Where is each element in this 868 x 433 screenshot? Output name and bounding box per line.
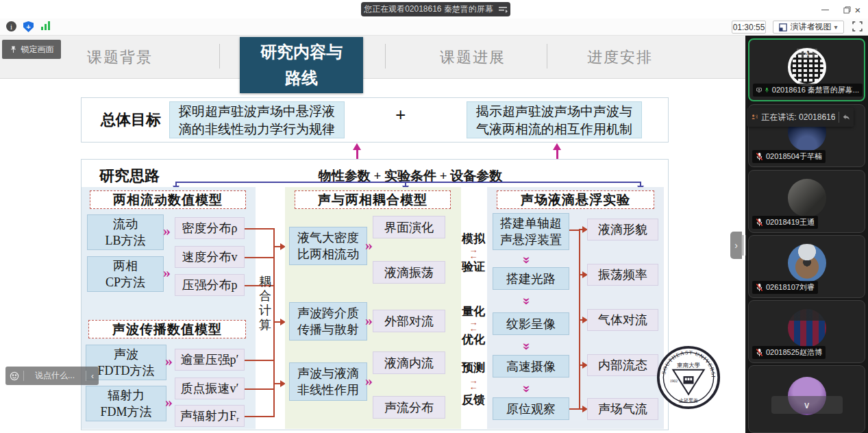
col1b-header: 声波传播数值模型 <box>88 320 246 338</box>
output-velocity: 速度分布v <box>175 246 245 268</box>
tab-topic-progress[interactable]: 课题进展 <box>411 47 534 68</box>
sidebar-expand-handle[interactable]: › <box>730 232 742 259</box>
method-box-cp: 两相 CP方法 <box>87 256 164 292</box>
bridge-word: 优化 <box>462 332 485 347</box>
chat-collapse-icon[interactable]: ‹ <box>86 371 99 381</box>
output-acoustic-streaming: 声流分布 <box>373 396 445 419</box>
connector-line <box>569 408 579 410</box>
chevron-down-icon: » <box>520 298 535 306</box>
connector-line <box>273 246 280 247</box>
close-button[interactable]: × <box>847 3 868 16</box>
sidebar-drag-handle[interactable] <box>743 235 746 256</box>
meeting-info-button[interactable]: i <box>6 21 17 32</box>
output-excess-pressure: 逾量压强p′ <box>175 349 245 371</box>
connector-line <box>245 360 273 361</box>
lock-screen-button[interactable]: 锁定画面 <box>2 40 61 59</box>
output-particle-velocity: 质点振速v′ <box>175 378 245 399</box>
chevron-right-icon: » <box>165 395 173 410</box>
banner-menu-icon[interactable] <box>499 6 508 13</box>
tab-schedule[interactable]: 进度安排 <box>565 47 675 68</box>
shield-plus-icon: + <box>23 21 34 32</box>
chevron-down-icon: » <box>520 343 535 351</box>
slide-tab-strip: 课题背景 课题进展 进度安排 <box>0 36 745 79</box>
participant-name: 02018525赵浩博 <box>766 347 822 358</box>
fullscreen-button[interactable] <box>852 21 864 33</box>
video-tile[interactable]: 02618107刘睿 <box>748 235 865 298</box>
info-icon: i <box>6 21 16 32</box>
watching-banner-text: 您正在观看02018616 秦楚晋的屏幕 <box>364 3 493 15</box>
minimize-button[interactable] <box>815 3 835 16</box>
bridge-quantify-optimize: 量化 →← 优化 <box>460 304 487 347</box>
bridge-word: 预测 <box>462 360 485 375</box>
chevron-down-icon: » <box>520 257 535 264</box>
up-arrow <box>356 149 358 160</box>
chevron-right-icon: » <box>365 373 373 388</box>
network-signal-button[interactable] <box>41 21 52 32</box>
connector-line <box>273 228 275 417</box>
connector-line <box>245 257 273 258</box>
model-line: 非线性作用 <box>297 382 359 398</box>
tab-topic-background[interactable]: 课题背景 <box>72 47 168 68</box>
connector-line <box>273 383 280 384</box>
speaking-person-icon <box>751 112 758 122</box>
tab-active-research-content[interactable]: 研究内容与 路线 <box>240 37 363 93</box>
speaker-view-button[interactable]: 演讲者视图 ▾ <box>773 21 844 34</box>
lock-screen-label: 锁定画面 <box>21 44 54 55</box>
output-gas-convection: 气体对流 <box>587 309 658 331</box>
output-internal-flow-regime: 内部流态 <box>587 354 658 376</box>
model-line: 比两相流动 <box>297 246 359 262</box>
connector-line <box>175 182 641 183</box>
screen-share-icon <box>756 86 762 94</box>
participant-name: 02018616 秦楚晋的屏幕... <box>772 85 859 95</box>
chevron-right-icon: » <box>163 223 171 238</box>
video-tile[interactable]: 02018419王通 <box>748 170 865 233</box>
university-seal: SOUTHEAST UNIVERSITY 東南大學 1902 止於至善 <box>656 345 721 410</box>
connector-line <box>569 230 579 231</box>
now-speaking-text: 正在讲话: 02018616 秦楚... <box>761 112 835 123</box>
method-line: 流动 <box>113 216 138 232</box>
participant-name-badge: 02018419王通 <box>752 216 818 229</box>
up-arrow <box>556 149 558 160</box>
chat-quick-bar[interactable]: 说点什么... ‹ <box>5 367 99 385</box>
seal-year: 1902 <box>670 379 678 383</box>
close-icon: × <box>855 5 861 15</box>
panel-levitation-experiment: 声场液滴悬浮实验 搭建单轴超 声悬浮装置 » 搭建光路 » 纹影呈像 » 高速摄… <box>487 187 664 429</box>
seal-motto: 止於至善 <box>679 397 698 404</box>
output-droplet-morphology: 液滴形貌 <box>587 219 658 240</box>
connector-line <box>245 388 273 390</box>
col1-header: 两相流动数值模型 <box>90 190 246 209</box>
method-line: FDTD方法 <box>97 362 154 379</box>
output-interface-evolution: 界面演化 <box>373 216 445 238</box>
video-tile[interactable]: 02018525赵浩博 <box>748 300 865 363</box>
chevron-up-icon[interactable]: ∧ <box>797 49 817 58</box>
layout-view-icon <box>779 23 787 32</box>
emoji-smiley-icon[interactable] <box>5 371 23 381</box>
output-density: 密度分布ρ <box>175 217 245 239</box>
connector-line <box>245 228 273 230</box>
reply-arrow-icon[interactable] <box>843 113 850 121</box>
step-high-speed-camera: 高速摄像 <box>493 355 569 378</box>
model-box-cross-media: 声波跨介质 传播与散射 <box>289 302 367 341</box>
chat-input-placeholder[interactable]: 说点什么... <box>24 370 86 382</box>
output-droplet-oscillation: 液滴振荡 <box>373 261 445 284</box>
connector-line <box>245 416 273 417</box>
participant-name-badge: 02618107刘睿 <box>752 281 818 294</box>
window-titlebar: 您正在观看02018616 秦楚晋的屏幕 × <box>0 0 868 18</box>
video-tile[interactable]: ∨ <box>748 365 865 433</box>
mic-muted-icon <box>756 152 763 161</box>
chevron-down-icon[interactable]: ∨ <box>771 396 843 414</box>
plus-sign: + <box>395 105 406 126</box>
video-tile-screen-share[interactable]: ∧ 02018616 秦楚晋的屏幕... <box>748 38 865 101</box>
security-shield-button[interactable]: + <box>23 21 34 32</box>
connector-line <box>273 321 280 323</box>
model-box-two-phase: 液气大密度 比两相流动 <box>289 227 367 265</box>
overall-goal-section: 总体目标 探明超声驻波声场中悬浮液滴的非线性动力学行为规律 + 揭示超声驻波声场… <box>81 97 669 143</box>
method-box-lb: 流动 LB方法 <box>87 214 164 250</box>
tab-divider <box>385 44 386 69</box>
now-speaking-banner: 正在讲话: 02018616 秦楚... <box>747 108 854 127</box>
coupling-calculation-label: 耦合 计算 <box>257 275 273 332</box>
output-pressure: 压强分布p <box>175 274 245 296</box>
method-line: 声波 <box>114 346 138 362</box>
chevron-right-icon: » <box>365 313 373 328</box>
tab-divider <box>547 44 547 69</box>
